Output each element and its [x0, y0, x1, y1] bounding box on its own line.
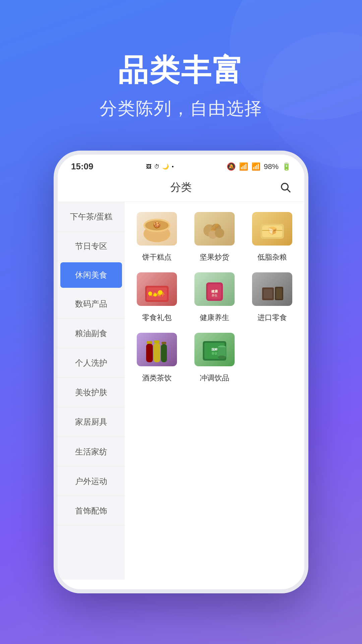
category-item-nuts[interactable]: 🥜 坚果炒货	[189, 209, 240, 262]
category-img-nuts: 🥜	[191, 209, 238, 249]
svg-text:健康: 健康	[211, 289, 218, 293]
category-item-wine-tea[interactable]: 酒类茶饮	[131, 329, 182, 383]
page-subtitle: 分类陈列，自由选择	[0, 97, 362, 120]
svg-point-43	[218, 356, 226, 359]
snack-gift-label: 零食礼包	[142, 313, 172, 323]
battery-text: 98%	[264, 162, 279, 171]
phone-screen: 15:09 🖼 ⏱ 🌙 • 🔕 📶 📶 98% 🔋 分类	[54, 151, 308, 593]
status-time: 15:09	[71, 161, 94, 172]
svg-point-21	[154, 293, 157, 297]
phone-mockup: 15:09 🖼 ⏱ 🌙 • 🔕 📶 📶 98% 🔋 分类	[0, 151, 362, 593]
alarm-icon: ⏱	[154, 164, 160, 170]
import-snack-image	[252, 272, 292, 306]
wine-tea-label: 酒类茶饮	[142, 373, 172, 383]
sidebar-item-beauty[interactable]: 美妆护肤	[58, 378, 125, 407]
svg-rect-30	[276, 288, 282, 299]
bread-label: 低脂杂粮	[257, 252, 287, 262]
svg-text:养生: 养生	[212, 294, 218, 297]
sidebar-item-personal-care[interactable]: 个人洗护	[58, 348, 125, 378]
drinks-image: 国粹 茶饮	[194, 333, 235, 366]
category-img-cookies: 🍪	[133, 209, 180, 249]
header-section: 品类丰富 分类陈列，自由选择	[0, 0, 362, 120]
status-left-icons: 🖼 ⏱ 🌙 •	[146, 163, 174, 170]
category-img-health: 健康 养生	[191, 269, 238, 309]
category-item-import-snack[interactable]: 进口零食	[247, 269, 298, 323]
svg-rect-32	[146, 344, 153, 362]
svg-rect-34	[154, 343, 160, 362]
bread-image: 🍞	[252, 212, 292, 246]
status-right-icons: 🔕 📶 📶 98% 🔋	[227, 162, 291, 171]
svg-line-3	[287, 189, 290, 192]
svg-text:🍪: 🍪	[153, 221, 161, 229]
category-grid: 🍪 饼干糕点	[131, 209, 298, 383]
svg-rect-28	[264, 289, 272, 299]
category-item-health[interactable]: 健康 养生 健康养生	[189, 269, 240, 323]
nuts-label: 坚果炒货	[200, 252, 229, 262]
svg-rect-36	[161, 344, 167, 362]
sidebar-item-grain-oil[interactable]: 粮油副食	[58, 319, 125, 348]
cookies-image: 🍪	[137, 212, 177, 246]
mute-icon: 🔕	[227, 162, 236, 171]
sidebar-item-digital[interactable]: 数码产品	[58, 289, 125, 319]
category-sidebar: 下午茶/蛋糕 节日专区 休闲美食 数码产品 粮油副食 个人洗护 美妆护肤 家居厨…	[58, 202, 125, 580]
wine-tea-image	[137, 333, 177, 366]
category-img-bread: 🍞	[249, 209, 296, 249]
import-snack-label: 进口零食	[257, 313, 287, 323]
camera-icon: 🖼	[146, 164, 152, 170]
svg-text:🥜: 🥜	[210, 223, 220, 232]
svg-rect-33	[154, 340, 160, 343]
svg-rect-31	[147, 341, 152, 344]
health-image: 健康 养生	[194, 272, 235, 306]
category-item-bread[interactable]: 🍞 低脂杂粮	[247, 209, 298, 262]
dot-icon: •	[172, 164, 174, 170]
category-img-snack-gift: 良品铺子	[133, 269, 180, 309]
wifi-icon: 📶	[239, 162, 248, 171]
moon-icon: 🌙	[162, 163, 169, 170]
battery-icon: 🔋	[282, 162, 291, 171]
health-label: 健康养生	[200, 313, 229, 323]
search-button[interactable]	[280, 181, 291, 196]
content-area: 下午茶/蛋糕 节日专区 休闲美食 数码产品 粮油副食 个人洗护 美妆护肤 家居厨…	[58, 202, 304, 580]
category-grid-container: 🍪 饼干糕点	[125, 202, 304, 580]
category-img-import-snack	[249, 269, 296, 309]
svg-rect-35	[162, 342, 166, 344]
app-header: 分类	[58, 175, 304, 202]
category-img-drinks: 国粹 茶饮	[191, 329, 238, 370]
page-title: 品类丰富	[0, 54, 362, 87]
svg-point-22	[158, 290, 163, 295]
sidebar-item-outdoor[interactable]: 户外运动	[58, 467, 125, 496]
drinks-label: 冲调饮品	[200, 373, 229, 383]
sidebar-item-holiday[interactable]: 节日专区	[58, 231, 125, 261]
category-item-snack-gift[interactable]: 良品铺子 零食礼包	[131, 269, 182, 323]
svg-point-20	[148, 291, 152, 296]
category-item-drinks[interactable]: 国粹 茶饮 冲调饮品	[189, 329, 240, 383]
signal-icon: 📶	[251, 162, 260, 171]
status-bar: 15:09 🖼 ⏱ 🌙 • 🔕 📶 📶 98% 🔋	[58, 155, 304, 175]
sidebar-item-jewelry[interactable]: 首饰配饰	[58, 496, 125, 526]
sidebar-item-home-textiles[interactable]: 生活家纺	[58, 437, 125, 467]
sidebar-item-afternoon-tea[interactable]: 下午茶/蛋糕	[58, 202, 125, 231]
category-item-cookies[interactable]: 🍪 饼干糕点	[131, 209, 182, 262]
nuts-image: 🥜	[194, 212, 235, 246]
svg-text:🍞: 🍞	[268, 226, 277, 235]
snack-gift-image: 良品铺子	[137, 272, 177, 306]
category-img-wine-tea	[133, 329, 180, 370]
svg-text:茶饮: 茶饮	[212, 352, 218, 355]
app-header-title: 分类	[170, 180, 192, 195]
sidebar-item-leisure-food[interactable]: 休闲美食	[60, 262, 122, 287]
sidebar-item-home-kitchen[interactable]: 家居厨具	[58, 407, 125, 437]
svg-text:国粹: 国粹	[212, 348, 218, 351]
cookies-label: 饼干糕点	[142, 252, 172, 262]
